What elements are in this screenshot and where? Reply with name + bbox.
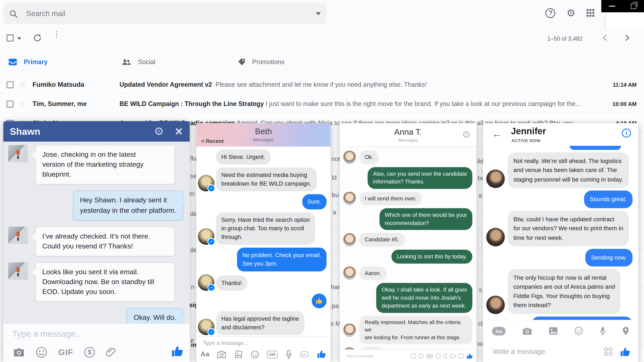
search-input[interactable] — [26, 9, 316, 18]
text-format-icon[interactable]: Aa — [200, 350, 210, 358]
star-icon[interactable]: ☆ — [19, 99, 28, 109]
email-time: 10:00 AM — [612, 101, 637, 107]
occluded-email-text: in — [191, 341, 196, 348]
search-bar[interactable] — [3, 3, 326, 24]
close-icon[interactable]: ✕ — [174, 126, 183, 137]
more-options-icon[interactable]: ⋮ — [53, 32, 60, 36]
occluded-email-text: har — [331, 283, 340, 290]
message-bubble: I’ve already checked. It’s not there. Co… — [42, 232, 150, 250]
minimize-icon[interactable] — [609, 6, 615, 7]
photos-icon[interactable] — [234, 350, 243, 359]
camera-icon[interactable] — [458, 354, 463, 358]
payment-icon[interactable]: $ — [84, 347, 95, 358]
message-row: Need the estimated media buying breakdow… — [198, 168, 326, 192]
pagination-count: 1–50 of 3,482 — [547, 35, 582, 42]
emoji-grid-icon[interactable] — [604, 347, 613, 356]
tab-social[interactable]: Social — [122, 49, 220, 74]
back-arrow-icon[interactable]: ← — [492, 129, 502, 139]
sticker-icon[interactable] — [418, 354, 424, 358]
jennifer-message-scroll[interactable]: Not really. We’re still ahead. The logis… — [483, 145, 638, 320]
avatar — [198, 274, 214, 291]
tab-primary[interactable]: Primary — [8, 49, 107, 74]
star-icon[interactable]: ☆ — [19, 80, 28, 90]
chat-settings-gear-icon[interactable]: ⚙ — [154, 125, 164, 138]
email-subject-snippet: Updated Vendor Agreement v2 Please see a… — [120, 81, 610, 88]
photo-icon[interactable] — [548, 327, 558, 335]
row-checkbox[interactable] — [6, 81, 14, 88]
message-row: Okay. Will do. — [8, 308, 184, 324]
smiley-icon[interactable] — [574, 326, 583, 336]
microphone-icon[interactable] — [444, 354, 447, 358]
message-bubble: Ok. — [365, 154, 374, 160]
thumbs-up-icon[interactable] — [171, 345, 184, 358]
message-row: Hey Shawn. I already sent it yesterday i… — [8, 191, 184, 220]
messenger-badge-icon — [207, 184, 215, 192]
refresh-icon[interactable] — [33, 33, 42, 42]
microphone-icon[interactable] — [286, 350, 292, 359]
message-input[interactable] — [492, 347, 604, 356]
thumbs-up-icon[interactable] — [466, 352, 473, 360]
message-bubble: Sure. — [308, 198, 321, 205]
thumbs-up-icon[interactable] — [317, 350, 326, 359]
google-apps-grid-icon[interactable] — [586, 9, 595, 17]
back-to-recent-link[interactable]: < Recent — [201, 138, 224, 144]
row-checkbox[interactable] — [6, 100, 14, 108]
thumbs-up-icon[interactable] — [620, 346, 631, 358]
occluded-email-text: pa — [332, 302, 339, 309]
location-pin-icon[interactable] — [622, 326, 629, 336]
info-icon[interactable]: i — [622, 128, 631, 138]
avatar — [8, 226, 28, 244]
smiley-icon[interactable] — [436, 354, 441, 358]
attachment-paperclip-icon[interactable] — [106, 347, 117, 358]
text-format-icon[interactable]: Aa — [492, 327, 506, 335]
select-all-checkbox[interactable] — [6, 34, 14, 42]
gif-icon[interactable]: GIF — [58, 348, 73, 357]
tab-promotions-label: Promotions — [252, 58, 284, 66]
camera-icon[interactable] — [13, 347, 24, 357]
tab-promotions[interactable]: Promotions — [238, 49, 344, 74]
email-row[interactable]: ☆ Fumiko Matsuda Updated Vendor Agreemen… — [0, 75, 644, 94]
occluded-email-text: ild — [477, 158, 484, 165]
shawn-header[interactable]: Shawn ⚙ ✕ — [3, 121, 190, 142]
message-bubble: Hi Steve. Urgent. — [221, 154, 265, 160]
message-bubble: Looking to sort this by today. — [397, 254, 467, 260]
photos-icon[interactable] — [411, 354, 416, 358]
camera-icon[interactable] — [522, 327, 532, 335]
message-row: Yeah, why not. Go ahead and buy instead.… — [486, 316, 632, 320]
newer-page-chevron-icon[interactable] — [624, 34, 631, 42]
search-options-caret-icon[interactable] — [316, 12, 321, 15]
message-row: Also, can you send over the candidate in… — [343, 167, 472, 189]
message-row: Jose, checking in on the latest version … — [8, 145, 184, 184]
window-controls — [601, 0, 644, 12]
smiley-icon[interactable] — [250, 350, 259, 359]
camera-icon[interactable] — [217, 350, 226, 358]
message-input[interactable] — [346, 354, 392, 358]
shawn-message-scroll[interactable]: Jose, checking in on the latest version … — [3, 142, 190, 324]
restore-window-icon[interactable] — [631, 4, 636, 9]
settings-gear-icon[interactable]: ⚙ — [567, 8, 576, 18]
help-icon[interactable]: ? — [546, 8, 556, 18]
beth-message-scroll[interactable]: Hi Steve. Urgent. Need the estimated med… — [196, 146, 330, 337]
occluded-email-text: se — [190, 172, 197, 180]
avatar — [343, 151, 356, 164]
gif-icon[interactable]: GIF — [426, 354, 433, 358]
chat-title: Beth — [196, 123, 330, 136]
smiley-icon[interactable] — [36, 347, 47, 358]
gif-icon[interactable]: GIF — [267, 350, 278, 358]
avatar — [343, 323, 356, 336]
avatar — [343, 192, 356, 205]
select-caret-icon[interactable] — [17, 38, 21, 40]
more-options-icon[interactable]: ••• — [300, 352, 309, 357]
anna-message-scroll[interactable]: Ok. Also, can you send over the candidat… — [340, 147, 476, 350]
email-row[interactable]: ☆ Tim, Summer, me BE WILD Campaign : Thr… — [0, 94, 644, 114]
older-page-chevron-icon[interactable] — [601, 34, 609, 42]
game-controller-icon[interactable] — [450, 354, 456, 358]
chat-settings-gear-icon[interactable]: ⚙ — [462, 129, 471, 140]
message-bubble: Looks like you sent it via email. Downlo… — [42, 268, 154, 296]
occluded-email-text: s M — [331, 320, 340, 327]
chat-window-shawn: Shawn ⚙ ✕ Jose, checking in on the lates… — [3, 121, 190, 362]
message-input[interactable] — [12, 328, 169, 339]
message-bubble: Has legal approved the tagline and discl… — [221, 316, 299, 330]
message-input[interactable] — [202, 340, 302, 347]
microphone-icon[interactable] — [600, 326, 606, 336]
